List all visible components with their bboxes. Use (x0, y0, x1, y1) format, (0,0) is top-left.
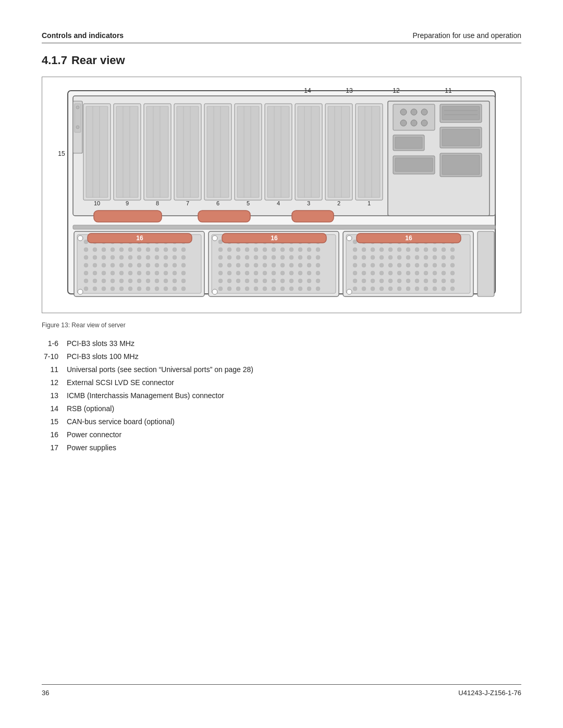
svg-point-139 (146, 279, 150, 283)
slot-label-10: 10 (94, 200, 100, 206)
slot-label-5: 5 (247, 200, 250, 206)
svg-point-322 (353, 287, 357, 291)
svg-point-154 (173, 287, 177, 291)
svg-point-224 (245, 279, 249, 283)
svg-point-134 (102, 279, 106, 283)
svg-point-196 (316, 255, 320, 260)
svg-point-304 (406, 271, 410, 275)
slot-label-8: 8 (156, 200, 159, 206)
svg-point-283 (433, 255, 437, 260)
svg-point-90 (137, 248, 141, 252)
svg-point-231 (307, 279, 311, 283)
svg-point-184 (316, 248, 320, 252)
svg-point-127 (146, 271, 150, 275)
svg-point-199 (236, 263, 240, 267)
svg-rect-35 (328, 106, 350, 198)
svg-point-84 (84, 248, 88, 252)
svg-point-48 (411, 120, 417, 126)
svg-point-266 (388, 248, 393, 252)
svg-point-237 (254, 287, 258, 291)
svg-point-115 (146, 263, 150, 267)
svg-point-241 (289, 287, 293, 291)
svg-point-302 (388, 271, 393, 275)
svg-point-290 (388, 263, 393, 267)
svg-point-225 (254, 279, 258, 283)
svg-point-279 (397, 255, 401, 260)
header-right: Preparation for use and operation (412, 31, 521, 40)
slot-label-4: 4 (277, 200, 280, 206)
svg-point-305 (415, 271, 419, 275)
svg-point-142 (173, 279, 177, 283)
svg-point-244 (316, 287, 320, 291)
svg-point-311 (362, 279, 366, 283)
svg-point-232 (316, 279, 320, 283)
svg-point-187 (236, 255, 240, 260)
svg-point-195 (307, 255, 311, 260)
svg-point-321 (450, 279, 455, 283)
svg-point-204 (280, 263, 285, 267)
svg-point-110 (102, 263, 106, 267)
svg-point-92 (155, 248, 159, 252)
svg-point-133 (93, 279, 97, 283)
legend-text: PCI-B3 slots 33 MHz (67, 338, 521, 349)
svg-point-240 (280, 287, 285, 291)
rear-view-diagram: 14 13 12 11 15 10 (52, 85, 511, 304)
legend-item: 7-10PCI-B3 slots 100 MHz (42, 351, 521, 362)
svg-point-117 (164, 263, 168, 267)
svg-point-285 (450, 255, 455, 260)
svg-point-123 (111, 271, 115, 275)
svg-point-329 (415, 287, 419, 291)
svg-point-102 (137, 255, 141, 260)
svg-point-197 (218, 263, 223, 267)
svg-point-222 (227, 279, 231, 283)
svg-point-191 (272, 255, 276, 260)
section-title: 4.1.7Rear view (42, 54, 521, 67)
footer-page: 36 (42, 689, 49, 697)
svg-point-93 (164, 248, 168, 252)
svg-rect-57 (442, 129, 480, 146)
svg-point-307 (433, 271, 437, 275)
svg-point-64 (76, 106, 79, 109)
svg-point-153 (164, 287, 168, 291)
svg-point-118 (173, 263, 177, 267)
svg-point-121 (93, 271, 97, 275)
svg-point-147 (111, 287, 115, 291)
svg-point-265 (380, 248, 384, 252)
svg-point-239 (272, 287, 276, 291)
legend-text: Universal ports (see section “Universal … (67, 364, 521, 375)
svg-point-333 (450, 287, 455, 291)
svg-point-270 (424, 248, 428, 252)
svg-point-186 (227, 255, 231, 260)
svg-point-120 (84, 271, 88, 275)
svg-point-319 (433, 279, 437, 283)
svg-point-243 (307, 287, 311, 291)
svg-point-227 (272, 279, 276, 283)
legend-text: ICMB (Interchassis Management Bus) conne… (67, 390, 521, 401)
svg-point-312 (371, 279, 375, 283)
svg-rect-67 (198, 211, 250, 222)
svg-point-97 (93, 255, 97, 260)
svg-point-234 (227, 287, 231, 291)
svg-point-299 (362, 271, 366, 275)
svg-point-326 (388, 287, 393, 291)
svg-point-100 (119, 255, 124, 260)
svg-point-113 (128, 263, 132, 267)
footer-doc-id: U41243-J-Z156-1-76 (458, 689, 521, 697)
svg-point-320 (442, 279, 446, 283)
legend-text: RSB (optional) (67, 403, 521, 414)
svg-point-200 (245, 263, 249, 267)
svg-point-235 (236, 287, 240, 291)
svg-point-286 (353, 263, 357, 267)
svg-point-325 (380, 287, 384, 291)
svg-point-230 (298, 279, 302, 283)
legend-text: Power connector (67, 429, 521, 440)
svg-point-323 (362, 287, 366, 291)
legend-item: 13ICMB (Interchassis Management Bus) con… (42, 390, 521, 401)
legend-item: 12External SCSI LVD SE connector (42, 377, 521, 388)
svg-point-101 (128, 255, 132, 260)
svg-point-238 (263, 287, 267, 291)
svg-point-298 (353, 271, 357, 275)
svg-point-107 (181, 255, 186, 260)
svg-point-181 (289, 248, 293, 252)
svg-rect-19 (207, 106, 229, 198)
